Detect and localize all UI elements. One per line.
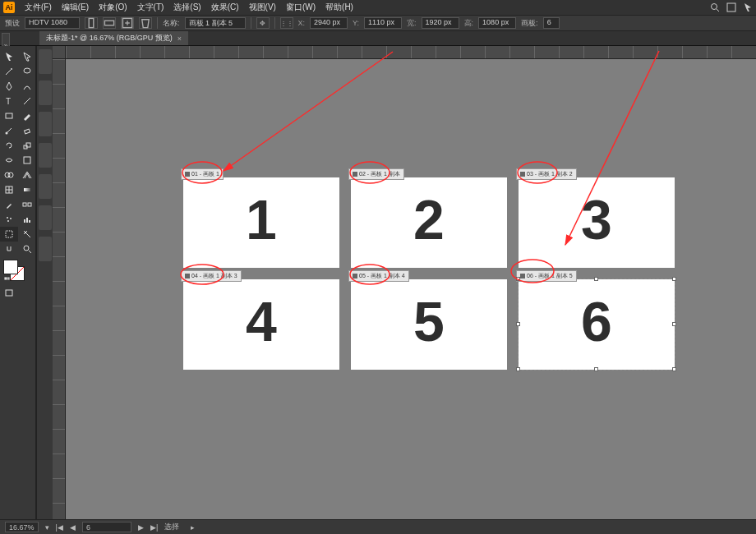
orient-landscape-button[interactable]	[103, 17, 116, 29]
ruler-horizontal[interactable]	[66, 46, 756, 59]
zoom-field[interactable]: 16.67%	[5, 522, 39, 532]
close-tab-icon[interactable]: ×	[177, 35, 182, 43]
line-tool[interactable]	[18, 94, 36, 108]
panel-tab-7[interactable]	[39, 237, 52, 261]
column-graph-tool[interactable]	[18, 212, 36, 227]
menu-select[interactable]: 选择(S)	[173, 2, 201, 13]
reference-point-button[interactable]: ⋮⋮	[280, 17, 293, 29]
document-tab[interactable]: 未标题-1* @ 16.67% (RGB/GPU 预览) ×	[39, 31, 188, 45]
artboard-label[interactable]: 05 - 画板 1 副本 4	[348, 270, 409, 282]
artboard[interactable]: 03 - 画板 1 副本 23	[519, 177, 675, 268]
move-with-artboard-button[interactable]: ✥	[256, 17, 270, 29]
artboard-label[interactable]: 01 - 画板 1	[181, 168, 224, 180]
artboard-nav-field[interactable]: 6	[82, 522, 131, 532]
panel-tab-1[interactable]	[39, 49, 52, 74]
artboard[interactable]: 02 - 画板 1 副本2	[351, 177, 507, 268]
artboard[interactable]: 05 - 画板 1 副本 45	[351, 279, 507, 370]
svg-line-8	[6, 70, 11, 75]
ruler-vertical[interactable]	[53, 59, 66, 519]
color-swatch[interactable]	[0, 256, 36, 286]
menu-bar: Ai 文件(F) 编辑(E) 对象(O) 文字(T) 选择(S) 效果(C) 视…	[0, 0, 756, 15]
svg-rect-15	[24, 129, 30, 134]
status-menu-icon[interactable]: ▸	[191, 523, 195, 532]
artboard-label[interactable]: 02 - 画板 1 副本	[348, 168, 404, 180]
artboard-count-field[interactable]: 6	[543, 17, 560, 29]
panel-tab-2[interactable]	[39, 81, 52, 105]
eyedropper-tool[interactable]	[0, 197, 18, 212]
nav-prev-icon[interactable]: ◀	[70, 523, 76, 532]
panel-tab-5[interactable]	[39, 174, 52, 199]
paintbrush-tool[interactable]	[18, 108, 36, 123]
preset-select[interactable]: HDTV 1080	[25, 17, 80, 29]
free-transform-tool[interactable]	[18, 153, 36, 168]
rotate-tool[interactable]	[0, 138, 18, 153]
search-icon[interactable]	[710, 2, 720, 12]
shape-builder-tool[interactable]	[0, 168, 18, 182]
artboard-name-field[interactable]: 画板 1 副本 5	[185, 17, 246, 29]
status-tool-label: 选择	[164, 522, 179, 532]
gradient-tool[interactable]	[18, 182, 36, 197]
status-bar: 16.67% ▾ |◀ ◀ 6 ▶ ▶| 选择 ▸	[0, 519, 756, 534]
chevron-down-icon[interactable]: ▾	[45, 523, 49, 532]
scale-tool[interactable]	[18, 138, 36, 153]
blend-tool[interactable]	[18, 197, 36, 212]
pen-tool[interactable]	[0, 79, 18, 94]
menu-edit[interactable]: 编辑(E)	[62, 2, 89, 13]
artboard[interactable]: 01 - 画板 11	[183, 177, 339, 268]
panel-tab-3[interactable]	[39, 112, 52, 136]
y-field[interactable]: 1110 px	[364, 17, 402, 29]
panel-tab-6[interactable]	[39, 205, 52, 230]
perspective-grid-tool[interactable]	[18, 168, 36, 182]
rectangle-tool[interactable]	[0, 108, 18, 123]
lasso-tool[interactable]	[18, 64, 36, 79]
x-field[interactable]: 2940 px	[310, 17, 348, 29]
canvas-area[interactable]: 01 - 画板 1102 - 画板 1 副本203 - 画板 1 副本 2304…	[53, 46, 756, 519]
orient-portrait-button[interactable]	[85, 17, 98, 29]
screen-mode-button[interactable]	[0, 286, 18, 301]
artboard-label[interactable]: 03 - 画板 1 副本 2	[516, 168, 577, 180]
nav-last-icon[interactable]: ▶|	[150, 523, 158, 532]
ruler-origin[interactable]	[53, 46, 66, 59]
document-tab-title: 未标题-1* @ 16.67% (RGB/GPU 预览)	[46, 33, 173, 44]
svg-point-27	[7, 217, 8, 219]
eraser-tool[interactable]	[18, 123, 36, 138]
preset-label: 预设	[5, 18, 20, 29]
menu-window[interactable]: 窗口(W)	[286, 2, 316, 13]
magic-wand-tool[interactable]	[0, 64, 18, 79]
direct-selection-tool[interactable]	[18, 49, 36, 64]
menu-view[interactable]: 视图(V)	[249, 2, 276, 13]
arrange-icon[interactable]	[726, 2, 736, 12]
menu-file[interactable]: 文件(F)	[25, 2, 52, 13]
symbol-sprayer-tool[interactable]	[0, 212, 18, 227]
menu-type[interactable]: 文字(T)	[137, 2, 164, 13]
w-field[interactable]: 1920 px	[422, 17, 459, 29]
cursor-icon[interactable]	[743, 2, 753, 12]
shaper-tool[interactable]	[0, 123, 18, 138]
canvas[interactable]: 01 - 画板 1102 - 画板 1 副本203 - 画板 1 副本 2304…	[66, 59, 756, 519]
menu-object[interactable]: 对象(O)	[99, 2, 127, 13]
width-tool[interactable]	[0, 153, 18, 168]
menu-effect[interactable]: 效果(C)	[211, 2, 239, 13]
hand-tool[interactable]	[0, 242, 18, 256]
type-tool[interactable]: T	[0, 94, 18, 108]
delete-artboard-button[interactable]	[139, 17, 152, 29]
h-field[interactable]: 1080 px	[478, 17, 516, 29]
artboard[interactable]: 06 - 画板 1 副本 56	[519, 279, 675, 370]
artboard[interactable]: 04 - 画板 1 副本 34	[183, 279, 339, 370]
slice-tool[interactable]	[18, 227, 36, 242]
artboard-label[interactable]: 04 - 画板 1 副本 3	[181, 270, 242, 282]
selection-tool[interactable]	[0, 49, 18, 64]
svg-text:T: T	[6, 97, 11, 106]
artboard-number: 1	[246, 187, 277, 251]
mesh-tool[interactable]	[0, 182, 18, 197]
artboard-tool[interactable]	[0, 227, 18, 242]
zoom-tool[interactable]	[18, 242, 36, 256]
panel-tab-4[interactable]	[39, 143, 52, 168]
svg-rect-18	[24, 157, 30, 163]
artboard-label[interactable]: 06 - 画板 1 副本 5	[516, 270, 577, 282]
curvature-tool[interactable]	[18, 79, 36, 94]
nav-next-icon[interactable]: ▶	[138, 523, 144, 532]
nav-first-icon[interactable]: |◀	[56, 523, 63, 532]
new-artboard-button[interactable]	[121, 17, 134, 29]
menu-help[interactable]: 帮助(H)	[325, 2, 353, 13]
